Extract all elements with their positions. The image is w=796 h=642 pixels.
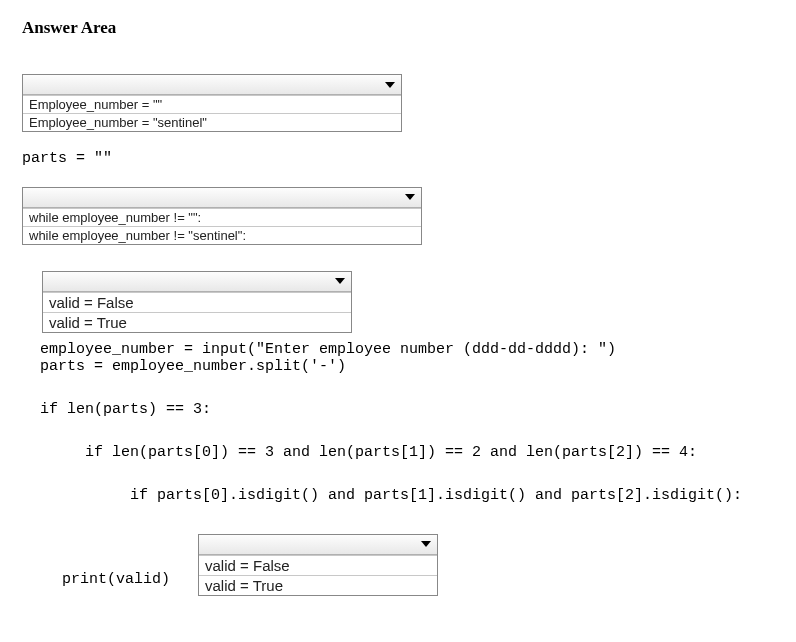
dropdown-option[interactable]: while employee_number != "": [23,208,421,226]
code-split-line: parts = employee_number.split('-') [22,358,774,375]
answer-area-title: Answer Area [22,18,774,38]
dropdown-option[interactable]: while employee_number != "sentinel": [23,226,421,244]
dropdown-employee-number-init[interactable]: Employee_number = "" Employee_number = "… [22,74,402,132]
dropdown-option[interactable]: valid = False [199,555,437,575]
dropdown-option[interactable]: valid = True [43,312,351,332]
dropdown-option[interactable]: valid = True [199,575,437,595]
dropdown-header[interactable] [43,272,351,292]
dropdown-header[interactable] [23,188,421,208]
dropdown-valid-init[interactable]: valid = False valid = True [42,271,352,333]
dropdown-option[interactable]: Employee_number = "sentinel" [23,113,401,131]
chevron-down-icon [383,80,397,90]
chevron-down-icon [419,539,433,549]
svg-marker-2 [335,278,345,284]
code-parts-init: parts = "" [22,148,774,171]
dropdown-header[interactable] [199,535,437,555]
code-if-len-parts: if len(parts) == 3: [22,401,774,418]
svg-marker-1 [405,194,415,200]
dropdown-while-condition[interactable]: while employee_number != "": while emplo… [22,187,422,245]
dropdown-option[interactable]: valid = False [43,292,351,312]
bottom-row: print(valid) valid = False valid = True [22,534,774,596]
code-print-valid: print(valid) [62,569,170,596]
code-if-len-subparts: if len(parts[0]) == 3 and len(parts[1]) … [22,444,774,461]
code-input-line: employee_number = input("Enter employee … [22,341,774,358]
dropdown-option[interactable]: Employee_number = "" [23,95,401,113]
svg-marker-0 [385,82,395,88]
chevron-down-icon [403,192,417,202]
chevron-down-icon [333,276,347,286]
svg-marker-3 [421,541,431,547]
code-if-isdigit: if parts[0].isdigit() and parts[1].isdig… [22,487,774,504]
dropdown-valid-set[interactable]: valid = False valid = True [198,534,438,596]
dropdown-header[interactable] [23,75,401,95]
